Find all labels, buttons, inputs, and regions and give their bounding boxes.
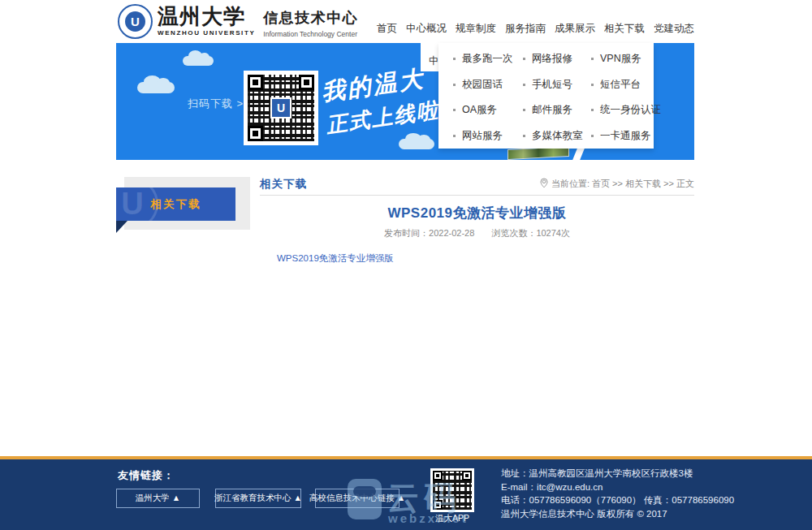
center-overview-dropdown-clipped: 中心 <box>421 43 438 71</box>
bullet-icon <box>591 135 594 137</box>
bullet-icon <box>453 84 456 86</box>
bullet-icon <box>591 109 594 111</box>
dropdown-item-mobile-short[interactable]: 手机短号 <box>523 78 591 92</box>
bullet-icon <box>591 84 594 86</box>
site-logo[interactable]: U 温州大学 WENZHOU UNIVERSITY 信息技术中心 Informa… <box>118 4 358 39</box>
dropdown-item-label: 统一身份认证 <box>600 103 661 117</box>
footer-phone: 电话：057786596090（776090） 传真：057786596090 <box>501 493 734 507</box>
qr-finder-icon <box>248 126 263 141</box>
header-inner: U 温州大学 WENZHOU UNIVERSITY 信息技术中心 Informa… <box>116 0 694 43</box>
publish-date: 发布时间：2022-02-28 <box>384 228 474 238</box>
dropdown-item-website[interactable]: 网站服务 <box>453 129 523 143</box>
dropdown-item-label: 校园固话 <box>462 78 503 92</box>
dropdown-item-label: 网络报修 <box>532 52 572 66</box>
bullet-icon <box>523 58 525 60</box>
dropdown-item-label: OA服务 <box>462 103 497 117</box>
footer-qr-label: 温大APP <box>430 513 474 524</box>
bullet-icon <box>523 84 525 86</box>
nav-item-home[interactable]: 首页 <box>377 22 397 36</box>
main-nav: 首页 中心概况 规章制度 服务指南 成果展示 相关下载 党建动态 <box>377 22 694 36</box>
app-qr-code: U <box>244 71 318 145</box>
footer-email: E-mail：itc@wzu.edu.cn <box>501 480 734 494</box>
dropdown-item-network-repair[interactable]: 网络报修 <box>523 52 591 66</box>
dropdown-item-mail[interactable]: 邮件服务 <box>523 103 591 117</box>
department-name-block: 信息技术中心 Information Technology Center <box>263 4 358 38</box>
qr-finder-icon <box>248 75 263 90</box>
dropdown-item-label: 手机短号 <box>532 78 572 92</box>
dropdown-item-label: 最多跑一次 <box>462 52 513 66</box>
section-divider <box>260 195 694 196</box>
services-dropdown-menu: 最多跑一次 网络报修 VPN服务 校园固话 手机短号 短信平台 OA服务 邮件服… <box>438 43 654 149</box>
department-name-en: Information Technology Center <box>263 30 358 38</box>
nav-item-rules[interactable]: 规章制度 <box>456 22 496 36</box>
cloud-icon <box>399 139 434 149</box>
footer-app-qr-code <box>430 468 474 512</box>
dropdown-item-label: 邮件服务 <box>532 103 572 117</box>
bullet-icon <box>591 58 594 60</box>
nav-item-achievements[interactable]: 成果展示 <box>555 22 595 36</box>
sidebar-section-ribbon[interactable]: U 相关下载 <box>116 187 235 221</box>
qr-finder-icon <box>433 471 443 480</box>
breadcrumb[interactable]: 当前位置: 首页 >> 相关下载 >> 正文 <box>487 178 694 190</box>
nav-item-service-guide[interactable]: 服务指南 <box>505 22 546 36</box>
dropdown-item-vpn[interactable]: VPN服务 <box>591 52 668 66</box>
cloud-icon <box>137 82 175 93</box>
download-link[interactable]: WPS2019免激活专业增强版 <box>277 252 394 265</box>
dropdown-item-multimedia[interactable]: 多媒体教室 <box>523 129 591 143</box>
qr-pattern <box>433 471 472 510</box>
qr-finder-icon <box>462 471 472 480</box>
dropdown-item-oa[interactable]: OA服务 <box>453 103 523 117</box>
qr-finder-icon <box>433 500 443 510</box>
dropdown-item-label: 短信平台 <box>600 78 641 92</box>
location-pin-icon <box>540 178 548 188</box>
article-meta: 发布时间：2022-02-28 浏览次数：10274次 <box>260 227 694 239</box>
dropdown-item-sms[interactable]: 短信平台 <box>591 78 668 92</box>
dropdown-item-label: 多媒体教室 <box>532 129 583 143</box>
breadcrumb-text: 当前位置: 首页 >> 相关下载 >> 正文 <box>551 179 694 188</box>
footer-link-it-centers[interactable]: 高校信息技术中心链接 ▲ <box>315 489 400 508</box>
footer-address: 地址：温州高教园区温州大学南校区行政楼3楼 <box>501 467 734 480</box>
site-header: U 温州大学 WENZHOU UNIVERSITY 信息技术中心 Informa… <box>0 0 812 43</box>
university-name-en: WENZHOU UNIVERSITY <box>158 29 255 37</box>
footer-link-zj-edu-tech[interactable]: 浙江省教育技术中心 ▲ <box>215 489 301 508</box>
article-title: WPS2019免激活专业增强版 <box>260 204 694 222</box>
dropdown-item-label: VPN服务 <box>600 52 641 66</box>
footer-contact-block: 地址：温州高教园区温州大学南校区行政楼3楼 E-mail：itc@wzu.edu… <box>501 467 734 520</box>
page-section-title: 相关下载 <box>260 177 307 192</box>
logo-name-block: 温州大学 WENZHOU UNIVERSITY <box>158 4 255 37</box>
view-count: 浏览次数：10274次 <box>491 228 570 238</box>
site-footer: 友情链接： 温州大学 ▲ 浙江省教育技术中心 ▲ 高校信息技术中心链接 ▲ 温大… <box>0 459 812 530</box>
footer-inner: 友情链接： 温州大学 ▲ 浙江省教育技术中心 ▲ 高校信息技术中心链接 ▲ 温大… <box>116 459 694 530</box>
nav-item-party[interactable]: 党建动态 <box>654 22 694 36</box>
university-emblem-icon: U <box>118 4 153 39</box>
bullet-icon <box>453 109 456 111</box>
emblem-letter: U <box>125 11 145 32</box>
dropdown-item-zuiduopao[interactable]: 最多跑一次 <box>453 52 523 66</box>
qr-pattern: U <box>248 75 314 141</box>
scan-download-label[interactable]: 扫码下载 > <box>188 97 244 111</box>
qr-finder-icon <box>299 75 314 90</box>
dropdown-item-onecard[interactable]: 一卡通服务 <box>591 129 668 143</box>
footer-link-wzu[interactable]: 温州大学 ▲ <box>116 489 200 508</box>
friendly-links-title: 友情链接： <box>118 468 175 483</box>
qr-center-logo: U <box>270 97 292 118</box>
university-name-cn: 温州大学 <box>158 4 255 28</box>
dropdown-item-label: 一卡通服务 <box>600 129 651 143</box>
department-name-cn: 信息技术中心 <box>263 7 358 28</box>
bullet-icon <box>523 135 525 137</box>
sidebar-section-title: 相关下载 <box>151 197 201 212</box>
bullet-icon <box>453 135 456 137</box>
cloud-icon <box>183 56 214 66</box>
dropdown-item-label: 网站服务 <box>462 129 503 143</box>
footer-copyright: 温州大学信息技术中心 版权所有 © 2017 <box>501 507 734 521</box>
bullet-icon <box>523 109 525 111</box>
page: U 温州大学 WENZHOU UNIVERSITY 信息技术中心 Informa… <box>0 0 812 530</box>
nav-item-center-overview[interactable]: 中心概况 <box>406 22 447 36</box>
nav-item-downloads[interactable]: 相关下载 <box>604 22 645 36</box>
bullet-icon <box>453 58 456 60</box>
dropdown-item-identity[interactable]: 统一身份认证 <box>591 103 668 117</box>
dropdown-item-campus-phone[interactable]: 校园固话 <box>453 78 523 92</box>
